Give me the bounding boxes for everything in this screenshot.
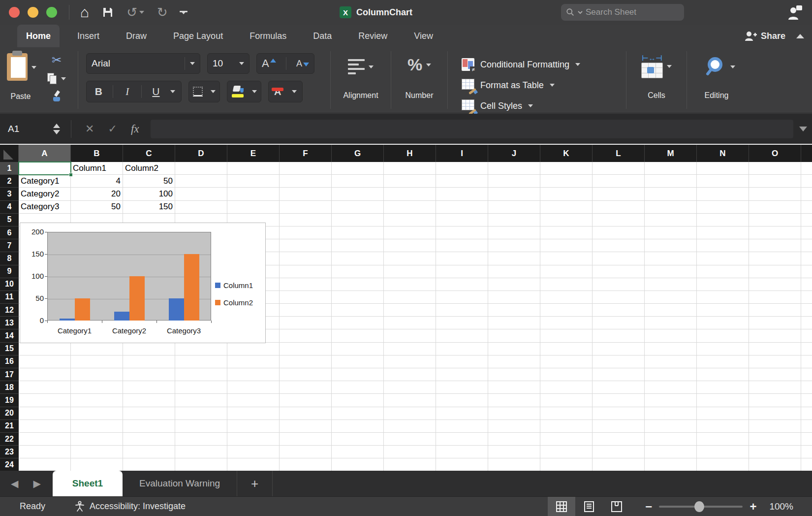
cell-B21[interactable] <box>71 420 123 433</box>
style-dropdown-icon[interactable] <box>550 84 555 87</box>
cell-G3[interactable] <box>332 188 384 200</box>
cell-K18[interactable] <box>540 381 593 394</box>
previous-sheet-icon[interactable]: ◀ <box>11 478 18 489</box>
row-header-5[interactable]: 5 <box>0 214 19 226</box>
cell-H3[interactable] <box>384 188 436 200</box>
cell-D21[interactable] <box>175 420 227 433</box>
cell-O16[interactable] <box>749 355 801 368</box>
conditional-formatting-button[interactable]: ≠Conditional Formatting <box>462 54 626 75</box>
chart-bar-column2-category3[interactable] <box>184 254 199 321</box>
cell-K22[interactable] <box>540 433 593 446</box>
cell-E22[interactable] <box>227 433 280 446</box>
cell-H4[interactable] <box>384 201 436 214</box>
name-box[interactable]: A1 <box>0 124 64 134</box>
cell-O15[interactable] <box>749 343 801 355</box>
cell-I12[interactable] <box>436 304 488 317</box>
redo-button[interactable]: ↻ <box>157 6 168 19</box>
cell-J2[interactable] <box>488 175 540 188</box>
row-header-17[interactable]: 17 <box>0 368 19 381</box>
cell-D18[interactable] <box>175 381 227 394</box>
cell-styles-button[interactable]: Cell Styles <box>462 96 626 116</box>
cell-K14[interactable] <box>540 329 593 342</box>
cell-D15[interactable] <box>175 343 227 355</box>
cell-M1[interactable] <box>645 162 697 175</box>
cell-C15[interactable] <box>123 343 175 355</box>
cell-B18[interactable] <box>71 381 123 394</box>
chart-bar-column1-category1[interactable] <box>60 319 75 321</box>
row-header-19[interactable]: 19 <box>0 394 19 407</box>
cell-E3[interactable] <box>227 188 280 200</box>
contacts-icon[interactable] <box>786 4 803 21</box>
zoom-slider[interactable] <box>659 506 743 508</box>
cell-G18[interactable] <box>332 381 384 394</box>
cell-F23[interactable] <box>280 446 332 458</box>
increase-font-size-button[interactable]: A <box>262 57 276 70</box>
copy-button[interactable] <box>47 73 66 85</box>
column-header-B[interactable]: B <box>71 145 123 162</box>
cell-G9[interactable] <box>332 265 384 278</box>
cell-G17[interactable] <box>332 368 384 381</box>
row-header-14[interactable]: 14 <box>0 329 19 342</box>
cell-J17[interactable] <box>488 368 540 381</box>
cell-B24[interactable] <box>71 458 123 471</box>
cell-L1[interactable] <box>593 162 645 175</box>
cell-L5[interactable] <box>593 214 645 226</box>
cell-F3[interactable] <box>280 188 332 200</box>
row-header-2[interactable]: 2 <box>0 175 19 188</box>
cell-O14[interactable] <box>749 329 801 342</box>
cell-J12[interactable] <box>488 304 540 317</box>
cell-I18[interactable] <box>436 381 488 394</box>
cell-N15[interactable] <box>697 343 749 355</box>
cell-G23[interactable] <box>332 446 384 458</box>
cell-A15[interactable] <box>19 343 71 355</box>
cell-I19[interactable] <box>436 394 488 407</box>
cell-L11[interactable] <box>593 291 645 304</box>
cell-O5[interactable] <box>749 214 801 226</box>
row-header-20[interactable]: 20 <box>0 407 19 420</box>
cell-K19[interactable] <box>540 394 593 407</box>
cell-L7[interactable] <box>593 239 645 252</box>
zoom-window-button[interactable] <box>46 7 57 18</box>
cell-K8[interactable] <box>540 252 593 265</box>
style-dropdown-icon[interactable] <box>528 104 533 107</box>
cell-O2[interactable] <box>749 175 801 188</box>
cell-L12[interactable] <box>593 304 645 317</box>
row-header-3[interactable]: 3 <box>0 188 19 200</box>
cell-F6[interactable] <box>280 226 332 239</box>
cell-O13[interactable] <box>749 317 801 329</box>
cell-E1[interactable] <box>227 162 280 175</box>
cell-F18[interactable] <box>280 381 332 394</box>
cell-A19[interactable] <box>19 394 71 407</box>
cell-B22[interactable] <box>71 433 123 446</box>
cell-B3[interactable]: 20 <box>71 188 123 200</box>
cell-N9[interactable] <box>697 265 749 278</box>
cell-O3[interactable] <box>749 188 801 200</box>
cell-C16[interactable] <box>123 355 175 368</box>
cell-E23[interactable] <box>227 446 280 458</box>
cell-B1[interactable]: Column1 <box>71 162 123 175</box>
cell-N2[interactable] <box>697 175 749 188</box>
expand-formula-bar-icon[interactable] <box>799 127 807 131</box>
cell-O20[interactable] <box>749 407 801 420</box>
tab-draw[interactable]: Draw <box>117 26 156 46</box>
cell-H5[interactable] <box>384 214 436 226</box>
font-color-dropdown-icon[interactable] <box>292 90 297 93</box>
cell-E4[interactable] <box>227 201 280 214</box>
cell-C23[interactable] <box>123 446 175 458</box>
tab-review[interactable]: Review <box>349 26 396 46</box>
cell-N19[interactable] <box>697 394 749 407</box>
cell-H14[interactable] <box>384 329 436 342</box>
row-header-6[interactable]: 6 <box>0 226 19 239</box>
cell-M3[interactable] <box>645 188 697 200</box>
cell-I15[interactable] <box>436 343 488 355</box>
cell-M7[interactable] <box>645 239 697 252</box>
cell-C2[interactable]: 50 <box>123 175 175 188</box>
column-header-D[interactable]: D <box>175 145 227 162</box>
fill-handle[interactable] <box>69 173 73 177</box>
cell-F2[interactable] <box>280 175 332 188</box>
cell-K20[interactable] <box>540 407 593 420</box>
cell-C3[interactable]: 100 <box>123 188 175 200</box>
tab-data[interactable]: Data <box>304 26 341 46</box>
cell-J11[interactable] <box>488 291 540 304</box>
cell-H7[interactable] <box>384 239 436 252</box>
